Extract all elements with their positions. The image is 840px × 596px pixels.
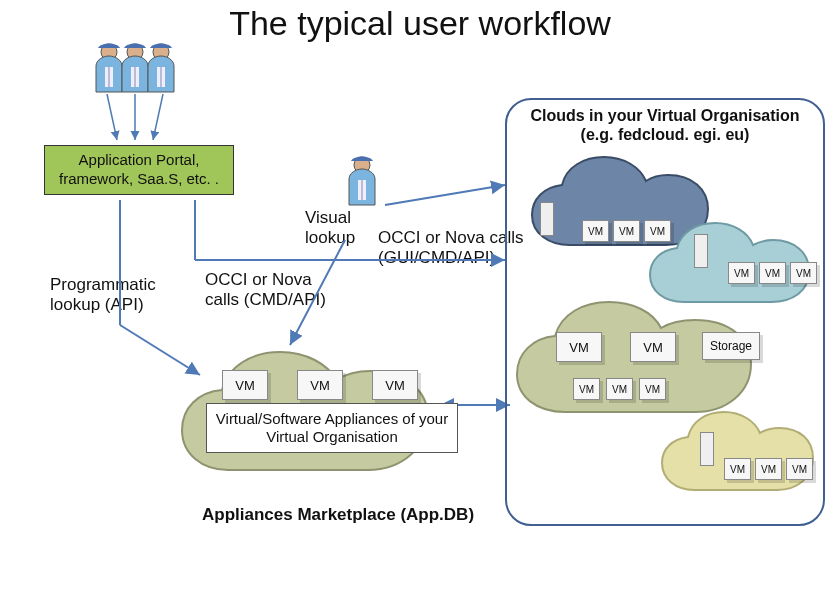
page-title: The typical user workflow (0, 4, 840, 43)
vm-chip: VM (630, 332, 676, 362)
vm-chip: VM (755, 458, 782, 480)
cloud-tab (694, 234, 708, 268)
vm-chip: VM (297, 370, 343, 400)
svg-line-16 (385, 185, 505, 205)
diagram-stage: The typical user workflow Application Po… (0, 0, 840, 596)
clouds-box-line2: (e.g. fedcloud. egi. eu) (581, 126, 750, 143)
vm-chip: VM (606, 378, 633, 400)
vm-chip: VM (790, 262, 817, 284)
cloud-tab (700, 432, 714, 466)
vm-chip: VM (582, 220, 609, 242)
clouds-box-line1: Clouds in your Virtual Organisation (530, 107, 799, 124)
vm-chip: VM (222, 370, 268, 400)
cloud-tab (540, 202, 554, 236)
vm-chip: VM (724, 458, 751, 480)
storage-chip: Storage (702, 332, 760, 360)
va-caption: Virtual/Software Appliances of your Virt… (206, 403, 458, 453)
user-icon (144, 42, 178, 100)
vm-chip: VM (573, 378, 600, 400)
vm-chip: VM (786, 458, 813, 480)
vm-chip: VM (372, 370, 418, 400)
vm-chip: VM (613, 220, 640, 242)
vm-chip: VM (759, 262, 786, 284)
clouds-box-title: Clouds in your Virtual Organisation (e.g… (510, 106, 820, 144)
vm-chip: VM (728, 262, 755, 284)
vm-chip: VM (639, 378, 666, 400)
vm-chip: VM (556, 332, 602, 362)
svg-line-15 (290, 240, 345, 345)
marketplace-label: Appliances Marketplace (App.DB) (202, 505, 474, 525)
